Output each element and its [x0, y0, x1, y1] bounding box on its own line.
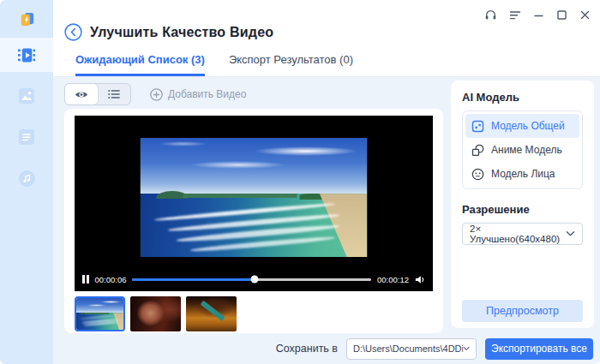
app-logo-icon [19, 11, 35, 27]
list-view-button[interactable] [98, 84, 130, 104]
video-frame [141, 138, 368, 257]
model-option-general[interactable]: Модель Общей [465, 114, 579, 138]
list-icon [108, 89, 120, 99]
ai-model-list: Модель Общей Аниме Модель [462, 110, 583, 189]
ai-model-title: AI Модель [462, 91, 583, 104]
volume-icon[interactable] [415, 275, 425, 284]
export-all-button[interactable]: Экспортировать все [485, 338, 593, 360]
minimize-icon[interactable] [532, 9, 545, 21]
chevron-down-icon [566, 230, 575, 237]
add-video-button[interactable]: Добавить Видео [150, 88, 246, 101]
knife-shape [201, 301, 225, 322]
player-card: 00:00:06 00:00:12 [64, 109, 443, 333]
progress-thumb[interactable] [250, 276, 258, 283]
video-player[interactable]: 00:00:06 00:00:12 [75, 116, 433, 291]
progress-fill [132, 278, 254, 281]
resolution-title: Разрешение [462, 203, 583, 216]
back-button[interactable] [64, 23, 82, 41]
resolution-select[interactable]: 2× Улучшено(640x480) [462, 223, 583, 245]
model-option-label: Модель Общей [491, 120, 565, 132]
footer-bar: Сохранить в D:\Users\Documents\4DDiG Vid… [53, 333, 600, 364]
beach-video-still [141, 138, 368, 257]
main-area: Улучшить Качество Видео [53, 0, 600, 364]
menu-icon[interactable] [508, 9, 522, 21]
thumbnail-cutting[interactable] [186, 296, 237, 331]
tab-export-results[interactable]: Экспорт Результатов (0) [229, 48, 353, 76]
page-title: Улучшить Качество Видео [90, 25, 273, 40]
sidebar-item-image[interactable] [0, 79, 53, 113]
left-column: Добавить Видео [64, 77, 443, 333]
progress-bar[interactable] [132, 278, 371, 281]
sidebar-item-video[interactable] [0, 38, 53, 72]
eye-icon [75, 90, 88, 99]
sidebar-item-audio[interactable] [0, 161, 53, 195]
model-option-label: Аниме Модель [491, 144, 562, 156]
player-controls: 00:00:06 00:00:12 [82, 272, 425, 286]
pause-button[interactable] [82, 275, 89, 283]
sidebar [0, 0, 53, 364]
titlebar: Улучшить Качество Видео [53, 0, 600, 48]
thumbnail-portrait[interactable] [130, 296, 181, 331]
maximize-icon[interactable] [555, 9, 568, 21]
current-time: 00:00:06 [95, 275, 127, 284]
music-icon [19, 170, 35, 187]
face-model-icon [471, 168, 484, 181]
portrait-thumb-image [130, 296, 181, 331]
view-toggle [64, 83, 131, 105]
cutting-thumb-image [186, 296, 237, 331]
window-controls [483, 8, 591, 22]
plus-circle-icon [150, 88, 163, 101]
resolution-value: 2× Улучшено(640x480) [470, 224, 566, 244]
toolbar: Добавить Видео [64, 83, 443, 105]
sidebar-item-document[interactable] [0, 120, 53, 154]
tab-pending-list[interactable]: Ожидающий Список (3) [75, 48, 205, 76]
app-logo [0, 0, 53, 38]
general-model-icon [471, 120, 484, 133]
sidebar-nav [0, 38, 53, 195]
save-path-select[interactable]: D:\Users\Documents\4DDiG Vide... [346, 338, 477, 360]
model-option-label: Модель Лица [491, 168, 555, 180]
settings-panel: AI Модель Модель Общей [451, 81, 594, 328]
thumbnail-beach[interactable] [75, 296, 125, 331]
save-to-label: Сохранить в [276, 343, 338, 355]
preview-view-button[interactable] [65, 84, 98, 104]
save-path-value: D:\Users\Documents\4DDiG Vide... [353, 343, 463, 354]
tab-bar: Ожидающий Список (3) Экспорт Результатов… [53, 48, 600, 77]
anime-model-icon [471, 144, 484, 157]
video-icon [18, 48, 35, 63]
document-icon [19, 129, 34, 145]
preview-button[interactable]: Предпросмотр [462, 300, 583, 322]
app-window: Улучшить Качество Видео [0, 0, 600, 364]
headphones-icon[interactable] [483, 8, 498, 22]
chevron-down-icon [463, 345, 470, 352]
content-area: Добавить Видео [53, 77, 600, 333]
close-icon[interactable] [579, 9, 591, 21]
thumbnail-strip [75, 291, 433, 333]
add-video-label: Добавить Видео [168, 88, 246, 100]
image-icon [19, 88, 34, 104]
model-option-anime[interactable]: Аниме Модель [465, 138, 579, 162]
total-time: 00:00:12 [377, 275, 409, 284]
beach-thumb-image [76, 298, 123, 330]
model-option-face[interactable]: Модель Лица [465, 162, 579, 186]
